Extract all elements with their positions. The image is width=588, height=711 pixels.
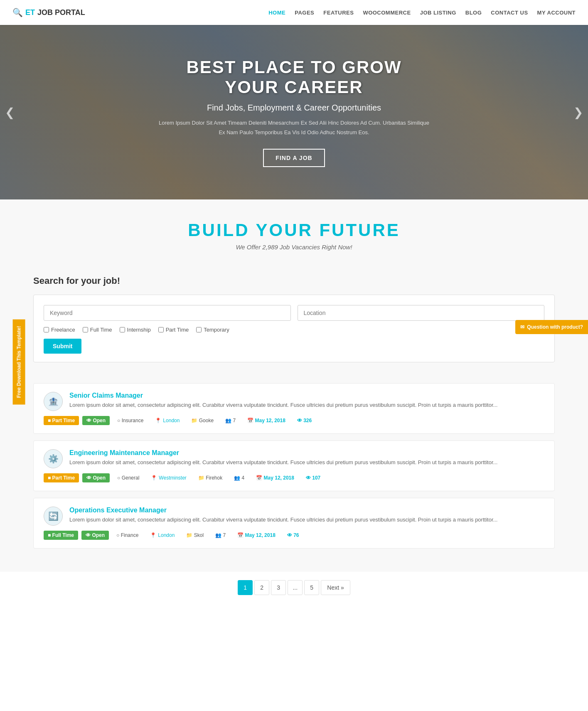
filter-checkboxes: FreelanceFull TimeInternshipPart TimeTem… (44, 327, 544, 333)
nav-link-blog[interactable]: BLOG (465, 10, 482, 16)
logo[interactable]: 🔍 ET JOB PORTAL (12, 7, 85, 17)
hero-next-arrow[interactable]: ❯ (573, 106, 583, 119)
nav-link-features[interactable]: FEATURES (323, 10, 354, 16)
job-header: ⚙️ Engineering Maintenance Manager Lorem… (44, 449, 544, 468)
job-category-tag: ○ Insurance (113, 416, 148, 425)
navbar: 🔍 ET JOB PORTAL HOMEPAGESFEATURESWOOCOMM… (0, 0, 588, 25)
job-applicants-tag: 👥 7 (211, 531, 230, 540)
job-views-tag: 👁 107 (302, 473, 325, 482)
hero-title: BEST PLACE TO GROW YOUR CAREER (157, 57, 431, 97)
job-info: Operations Executive Manager Lorem ipsum… (69, 507, 497, 524)
page-btn-3[interactable]: 3 (271, 580, 286, 595)
job-tags: ■ Part Time 👁 Open ○ General 📍 Westminst… (44, 473, 544, 482)
nav-link-job-listing[interactable]: JOB LISTING (420, 10, 456, 16)
hero-section: ❮ BEST PLACE TO GROW YOUR CAREER Find Jo… (0, 25, 588, 199)
search-heading: Search for your job! (33, 276, 555, 286)
job-category-tag: ○ Finance (112, 531, 143, 540)
keyword-input[interactable] (44, 305, 291, 321)
nav-links: HOMEPAGESFEATURESWOOCOMMERCEJOB LISTINGB… (268, 9, 576, 16)
job-views-tag: 👁 326 (293, 416, 316, 425)
job-tags: ■ Full Time 👁 Open ○ Finance 📍 London 📁 … (44, 531, 544, 540)
logo-et: ET (25, 8, 35, 17)
job-description: Lorem ipsum dolor sit amet, consectetur … (69, 458, 497, 467)
free-download-bar[interactable]: Free Download This Template! (13, 319, 25, 404)
page-btn-1[interactable]: 1 (238, 580, 253, 595)
filter-parttime[interactable]: Part Time (158, 327, 189, 333)
job-card-3: 🔄 Operations Executive Manager Lorem ips… (33, 498, 555, 549)
job-type-tag: ■ Part Time (44, 416, 79, 425)
location-input[interactable] (298, 305, 545, 321)
logo-text: JOB PORTAL (37, 8, 85, 17)
job-title[interactable]: Engineering Maintenance Manager (69, 449, 497, 457)
hero-subtitle: Find Jobs, Employment & Career Opportuni… (157, 103, 431, 113)
job-status-tag: 👁 Open (82, 473, 110, 482)
filter-fulltime[interactable]: Full Time (83, 327, 112, 333)
job-description: Lorem ipsum dolor sit amet, consectetur … (69, 516, 497, 524)
nav-link-contact-us[interactable]: CONTACT US (491, 10, 528, 16)
search-inputs-row (44, 305, 544, 321)
job-card-2: ⚙️ Engineering Maintenance Manager Lorem… (33, 440, 555, 491)
job-category-tag: ○ General (113, 473, 143, 482)
search-box: FreelanceFull TimeInternshipPart TimeTem… (33, 295, 555, 362)
job-company-tag: 📁 Gooke (187, 416, 218, 425)
job-location-tag: 📍 Westminster (147, 473, 190, 482)
job-logo: 🔄 (44, 507, 63, 526)
job-tags: ■ Part Time 👁 Open ○ Insurance 📍 London … (44, 416, 544, 425)
job-description: Lorem ipsum dolor sit amet, consectetur … (69, 401, 497, 410)
job-applicants-tag: 👥 4 (230, 473, 248, 482)
nav-link-pages[interactable]: PAGES (295, 10, 314, 16)
job-title[interactable]: Operations Executive Manager (69, 507, 497, 514)
job-logo: 🏦 (44, 392, 63, 411)
hero-prev-arrow[interactable]: ❮ (5, 106, 15, 119)
build-title: BUILD YOUR FUTURE (8, 220, 580, 240)
nav-link-woocommerce[interactable]: WOOCOMMERCE (363, 10, 411, 16)
jobs-section: 🏦 Senior Claims Manager Lorem ipsum dolo… (0, 379, 588, 572)
job-header: 🔄 Operations Executive Manager Lorem ips… (44, 507, 544, 526)
filter-temporary[interactable]: Temporary (196, 327, 229, 333)
submit-button[interactable]: Submit (44, 339, 81, 354)
job-header: 🏦 Senior Claims Manager Lorem ipsum dolo… (44, 392, 544, 411)
job-type-tag: ■ Part Time (44, 473, 79, 482)
find-job-button[interactable]: FIND A JOB (263, 149, 325, 167)
pagination: 123...5Next » (0, 572, 588, 612)
question-product-bar[interactable]: ✉ Question with product? (515, 320, 588, 334)
hero-content: BEST PLACE TO GROW YOUR CAREER Find Jobs… (149, 49, 440, 175)
search-section: Search for your job! FreelanceFull TimeI… (0, 263, 588, 379)
logo-icon: 🔍 (12, 7, 23, 17)
mail-icon: ✉ (520, 324, 524, 330)
page-btn-2[interactable]: 2 (254, 580, 269, 595)
nav-link-my-account[interactable]: MY ACCOUNT (537, 10, 576, 16)
job-info: Senior Claims Manager Lorem ipsum dolor … (69, 392, 497, 410)
job-status-tag: 👁 Open (81, 531, 109, 540)
page-btn-5[interactable]: 5 (304, 580, 319, 595)
job-type-tag: ■ Full Time (44, 531, 78, 540)
build-section: BUILD YOUR FUTURE We Offer 2,989 Job Vac… (0, 199, 588, 263)
job-company-tag: 📁 Skol (182, 531, 208, 540)
filter-freelance[interactable]: Freelance (44, 327, 75, 333)
hero-description: Lorem Ipsum Dolor Sit Amet Timeam Deleni… (157, 118, 431, 137)
job-applicants-tag: 👥 7 (221, 416, 240, 425)
job-status-tag: 👁 Open (82, 416, 110, 425)
job-date-tag: 📅 May 12, 2018 (252, 473, 298, 482)
page-btn-...[interactable]: ... (288, 580, 303, 595)
job-location-tag: 📍 London (151, 416, 184, 425)
job-card-1: 🏦 Senior Claims Manager Lorem ipsum dolo… (33, 383, 555, 434)
job-date-tag: 📅 May 12, 2018 (243, 416, 290, 425)
job-company-tag: 📁 Firehok (194, 473, 226, 482)
job-info: Engineering Maintenance Manager Lorem ip… (69, 449, 497, 467)
job-location-tag: 📍 London (146, 531, 179, 540)
job-title[interactable]: Senior Claims Manager (69, 392, 497, 399)
job-views-tag: 👁 76 (283, 531, 303, 540)
nav-link-home[interactable]: HOME (268, 10, 285, 16)
filter-internship[interactable]: Internship (120, 327, 151, 333)
pagination-next-button[interactable]: Next » (321, 580, 350, 595)
question-label: Question with product? (527, 324, 583, 330)
job-logo: ⚙️ (44, 449, 63, 468)
job-date-tag: 📅 May 12, 2018 (233, 531, 280, 540)
build-subtitle: We Offer 2,989 Job Vacancies Right Now! (8, 244, 580, 251)
